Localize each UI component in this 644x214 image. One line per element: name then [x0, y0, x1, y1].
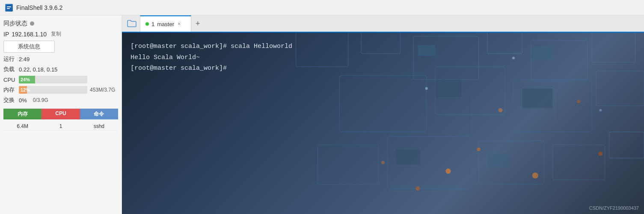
tab-label: master	[157, 21, 174, 27]
proc-header-cmd: 命令	[80, 109, 118, 119]
uptime-row: 运行 2:49	[3, 55, 118, 63]
svg-rect-0	[6, 5, 12, 11]
tab-master[interactable]: 1 master ×	[140, 15, 191, 32]
app-icon	[5, 4, 13, 12]
tab-close-button[interactable]: ×	[177, 20, 181, 28]
mem-percent: 12%	[21, 87, 30, 92]
uptime-label: 运行	[3, 55, 16, 63]
copy-button[interactable]: 复制	[49, 30, 63, 38]
proc-mem: 6.4M	[3, 122, 42, 131]
swap-percent: 0%	[19, 97, 27, 104]
sync-label: 同步状态	[3, 20, 27, 27]
ip-value: 192.168.1.10	[12, 31, 47, 38]
svg-rect-1	[7, 6, 11, 7]
mem-progress-fill: 12%	[19, 86, 27, 94]
load-value: 0.22, 0.18, 0.15	[19, 66, 57, 73]
cpu-label: CPU	[3, 77, 16, 83]
swap-detail: 0/3.9G	[33, 97, 48, 103]
watermark: CSDN/ZYF2190003437	[589, 205, 639, 211]
mem-progress-bar: 12%	[19, 86, 87, 94]
terminal-content: [root@master scala_work]# scala Hellowor…	[122, 33, 644, 214]
process-table-header: 内存 CPU 命令	[3, 108, 118, 119]
right-panel: 1 master × +	[122, 15, 644, 214]
title-bar: FinalShell 3.9.6.2	[0, 0, 644, 15]
term-line-1: [root@master scala_work]# scala Hellowor…	[131, 41, 635, 52]
svg-rect-2	[7, 8, 10, 9]
sys-info-button[interactable]: 系统信息	[3, 41, 55, 53]
proc-header-mem: 内存	[3, 109, 42, 119]
tab-status-dot	[145, 22, 149, 26]
term-line-2: Hello Scala World~	[131, 52, 635, 63]
sidebar: 同步状态 IP 192.168.1.10 复制 系统信息 运行 2:49 负载 …	[0, 15, 122, 214]
sync-dot	[30, 21, 34, 26]
load-row: 负载 0.22, 0.18, 0.15	[3, 65, 118, 73]
tab-index: 1	[151, 21, 154, 27]
sync-status-row: 同步状态	[3, 20, 118, 27]
mem-row: 内存 12% 453M/3.7G	[3, 86, 118, 94]
mem-detail: 453M/3.7G	[90, 87, 115, 93]
cpu-progress-bar: 24%	[19, 76, 87, 83]
uptime-value: 2:49	[19, 56, 30, 62]
cpu-progress-fill: 24%	[19, 76, 35, 83]
folder-button[interactable]	[124, 15, 140, 32]
terminal-area[interactable]: [root@master scala_work]# scala Hellowor…	[122, 33, 644, 214]
swap-label: 交换	[3, 96, 16, 104]
swap-row: 交换 0% 0/3.9G	[3, 96, 118, 104]
proc-header-cpu: CPU	[42, 109, 80, 119]
tab-bar: 1 master × +	[122, 15, 644, 33]
mem-label: 内存	[3, 86, 16, 94]
cpu-row: CPU 24%	[3, 76, 118, 83]
ip-row: IP 192.168.1.10 复制	[3, 30, 118, 38]
process-row: 6.4M 1 sshd	[3, 122, 118, 131]
cpu-percent: 24%	[21, 77, 30, 82]
proc-cpu: 1	[42, 122, 80, 131]
tab-add-button[interactable]: +	[191, 15, 205, 32]
sys-info-row: 系统信息	[3, 41, 118, 53]
term-line-3: [root@master scala_work]#	[131, 63, 635, 74]
ip-label: IP	[3, 31, 9, 38]
main-layout: 同步状态 IP 192.168.1.10 复制 系统信息 运行 2:49 负载 …	[0, 15, 644, 214]
proc-cmd: sshd	[80, 122, 118, 131]
app-title: FinalShell 3.9.6.2	[16, 4, 62, 11]
load-label: 负载	[3, 65, 16, 73]
